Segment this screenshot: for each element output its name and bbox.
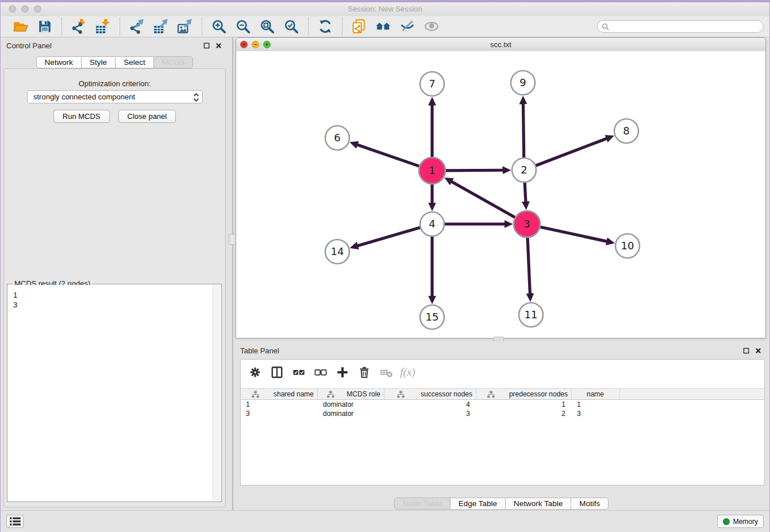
column-header-shared-name[interactable]: shared name xyxy=(241,389,318,399)
optimization-dropdown-value: strongly connected component xyxy=(33,92,135,101)
table-options-button[interactable] xyxy=(246,364,264,381)
open-session-button[interactable] xyxy=(10,17,32,36)
zoom-in-icon xyxy=(211,19,226,34)
node-table-container: f(x) shared nameMCDS rolesuccessor nodes… xyxy=(240,359,765,485)
zoom-in-button[interactable] xyxy=(208,17,230,36)
float-table-panel-icon[interactable] xyxy=(743,348,749,354)
optimization-dropdown[interactable]: strongly connected component xyxy=(27,90,203,103)
zoom-out-button[interactable] xyxy=(232,17,254,36)
tab-network-table[interactable]: Network Table xyxy=(505,498,571,510)
graph-node-14[interactable]: 14 xyxy=(325,240,349,264)
column-header-predecessor-nodes[interactable]: predecessor nodes xyxy=(476,389,572,399)
search-input[interactable] xyxy=(612,21,763,32)
table-body: 1dominator4113dominator323 xyxy=(241,400,764,418)
export-table-button[interactable] xyxy=(150,17,172,36)
tree-icon xyxy=(479,391,507,398)
graph-edge-3-1[interactable] xyxy=(452,182,517,218)
tab-select[interactable]: Select xyxy=(115,56,154,68)
graph-node-7[interactable]: 7 xyxy=(420,72,444,96)
apply-preferred-layout-button[interactable] xyxy=(314,17,336,36)
save-session-button[interactable] xyxy=(34,17,56,36)
app-window: Session: New Session Control Panel Netwo… xyxy=(0,0,770,532)
graph-node-2[interactable]: 2 xyxy=(512,158,536,182)
function-builder-button: f(x) xyxy=(399,364,417,381)
graph-edge-2-9[interactable] xyxy=(523,104,523,159)
svg-text:10: 10 xyxy=(621,240,634,252)
zoom-fit-button[interactable] xyxy=(256,17,278,36)
deselect-all-rows-button[interactable] xyxy=(311,364,329,381)
graph-edge-3-11[interactable] xyxy=(528,236,530,294)
network-canvas[interactable]: 1234678910111415 xyxy=(236,51,765,338)
svg-text:7: 7 xyxy=(429,78,435,90)
graph-edge-2-3[interactable] xyxy=(525,181,526,202)
zoom-selected-button[interactable] xyxy=(280,17,302,36)
float-panel-icon[interactable] xyxy=(203,43,210,49)
memory-button[interactable]: Memory xyxy=(717,515,764,528)
table-row[interactable]: 3dominator323 xyxy=(241,409,764,418)
graph-node-9[interactable]: 9 xyxy=(511,71,535,95)
export-image-button[interactable] xyxy=(174,17,196,36)
export-image-icon xyxy=(178,19,192,34)
columns-icon xyxy=(271,366,283,379)
table-cell: 3 xyxy=(241,410,318,418)
table-header-row: shared nameMCDS rolesuccessor nodesprede… xyxy=(241,388,764,400)
column-header-successor-nodes[interactable]: successor nodes xyxy=(384,389,476,399)
search-box[interactable] xyxy=(597,20,764,33)
graph-node-8[interactable]: 8 xyxy=(614,119,638,143)
tab-style[interactable]: Style xyxy=(81,56,116,68)
show-columns-button[interactable] xyxy=(268,364,286,381)
import-table-button[interactable] xyxy=(92,17,114,36)
delete-row-button[interactable] xyxy=(355,364,373,381)
table-delete-icon xyxy=(380,366,392,379)
graph-node-11[interactable]: 11 xyxy=(519,303,543,327)
graph-edge-1-2[interactable] xyxy=(444,170,503,171)
first-neighbors-button[interactable] xyxy=(372,17,394,36)
export-network-button[interactable] xyxy=(126,17,148,36)
graph-node-1[interactable]: 1 xyxy=(419,157,445,184)
close-table-panel-icon[interactable] xyxy=(755,348,761,354)
hide-selected-button[interactable] xyxy=(396,17,418,36)
graph-node-10[interactable]: 10 xyxy=(615,234,640,258)
graph-edge-1-6[interactable] xyxy=(357,145,421,167)
graph-node-3[interactable]: 3 xyxy=(514,211,540,237)
table-cell: 2 xyxy=(476,410,572,418)
svg-text:6: 6 xyxy=(334,132,340,144)
vertical-splitter[interactable] xyxy=(232,37,233,511)
control-panel-tabs: NetworkStyleSelectMCDS xyxy=(1,56,229,68)
tab-motifs[interactable]: Motifs xyxy=(571,498,609,510)
tab-mcds[interactable]: MCDS xyxy=(153,56,194,68)
clone-network-button[interactable] xyxy=(348,17,370,36)
network-window-titlebar: ×−+ scc.txt xyxy=(236,38,765,52)
import-network-button[interactable] xyxy=(68,17,90,36)
graph-edge-2-8[interactable] xyxy=(534,138,607,166)
column-header-mcds-role[interactable]: MCDS role xyxy=(318,389,384,399)
tab-network[interactable]: Network xyxy=(36,56,82,68)
window-titlebar: Session: New Session xyxy=(1,2,769,17)
mcds-panel: Optimization criterion: strongly connect… xyxy=(3,68,226,507)
task-history-button[interactable] xyxy=(6,515,24,528)
mcds-result-textarea[interactable]: 13 xyxy=(8,285,221,501)
select-all-rows-button[interactable] xyxy=(290,364,307,381)
table-panel-tabs: Node TableEdge TableNetwork TableMotifs xyxy=(234,498,768,510)
close-panel-button[interactable]: Close panel xyxy=(118,110,176,123)
svg-text:8: 8 xyxy=(623,125,629,137)
result-scrollbar[interactable] xyxy=(213,285,221,501)
graph-node-15[interactable]: 15 xyxy=(420,305,444,329)
tab-node-table[interactable]: Node Table xyxy=(394,498,451,510)
memory-label: Memory xyxy=(733,518,758,526)
tab-edge-table[interactable]: Edge Table xyxy=(450,498,506,510)
zoom-out-icon xyxy=(236,19,251,34)
toolbar-group xyxy=(4,17,61,36)
column-header-name[interactable]: name xyxy=(572,389,620,399)
run-mcds-button[interactable]: Run MCDS xyxy=(53,110,110,123)
graph-edge-3-10[interactable] xyxy=(539,226,607,241)
graph-edge-4-14[interactable] xyxy=(358,227,422,245)
control-panel: Control Panel NetworkStyleSelectMCDS Opt… xyxy=(1,37,229,511)
svg-text:14: 14 xyxy=(331,245,344,257)
fx-icon: f(x) xyxy=(400,366,415,379)
table-row[interactable]: 1dominator411 xyxy=(241,400,764,409)
graph-node-4[interactable]: 4 xyxy=(420,212,444,236)
graph-node-6[interactable]: 6 xyxy=(325,126,349,150)
close-panel-icon[interactable] xyxy=(215,43,222,49)
add-row-button[interactable] xyxy=(333,364,351,381)
